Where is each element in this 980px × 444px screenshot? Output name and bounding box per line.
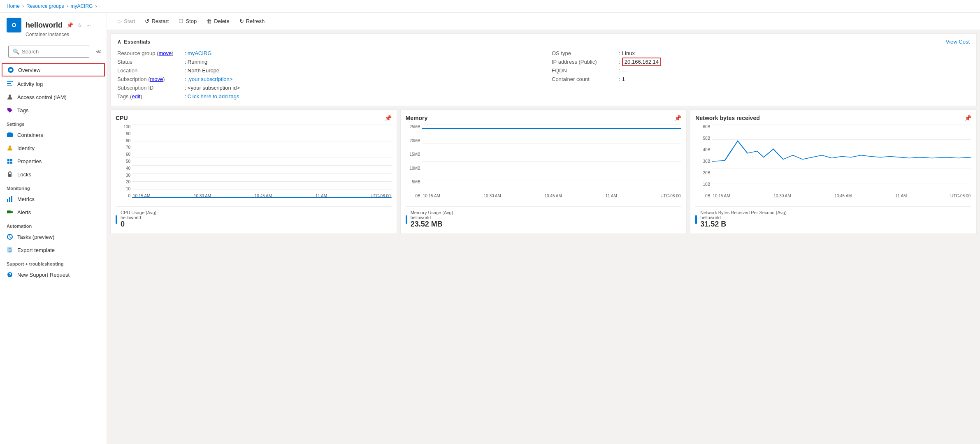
search-box[interactable]: 🔍 (8, 46, 89, 58)
sidebar-item-identity-label: Identity (17, 145, 35, 151)
breadcrumb-myacirg[interactable]: myACIRG (70, 3, 93, 9)
sidebar-nav: Overview Activity log Access control (IA… (0, 62, 107, 444)
network-value: 31.52 B (700, 220, 787, 229)
svg-rect-14 (7, 162, 9, 164)
sidebar-item-alerts[interactable]: Alerts (0, 206, 107, 219)
essentials-chevron: ∧ (117, 39, 121, 45)
cpu-y-labels: 100 90 80 70 60 50 40 30 20 10 0 (116, 125, 130, 198)
sidebar-item-identity[interactable]: Identity (0, 141, 107, 155)
toolbar: ▷ Start ↺ Restart ☐ Stop 🗑 Delete ↻ Refr… (107, 13, 980, 30)
view-cost-link[interactable]: View Cost (946, 39, 970, 45)
sub-move-link[interactable]: move (150, 76, 163, 82)
delete-button[interactable]: 🗑 Delete (202, 16, 234, 26)
sidebar-header: helloworld 📌 ☆ ··· Container instances (0, 13, 107, 41)
memory-legend-sub: helloworld (411, 215, 453, 220)
memory-x-labels: 10:15 AM 10:30 AM 10:45 AM 11 AM UTC-08:… (422, 194, 682, 198)
essentials-row-rg: Resource group (move) : myACIRG (117, 49, 535, 58)
memory-chart-area: 25MB 20MB 15MB 10MB 5MB 0B (406, 125, 682, 207)
essentials-section: ∧ Essentials View Cost Resource group (m… (110, 33, 977, 106)
memory-chart: Memory 📌 25MB 20MB 15MB 10MB 5MB 0B (400, 109, 687, 234)
rg-move-link[interactable]: move (158, 50, 172, 56)
breadcrumb-home[interactable]: Home (7, 3, 20, 9)
more-icon[interactable]: ··· (86, 22, 91, 28)
network-chart-header: Network bytes received 📌 (695, 115, 971, 121)
svg-rect-6 (7, 83, 11, 84)
essentials-row-fqdn: FQDN : --- (552, 66, 970, 75)
cpu-legend-label: CPU Usage (Avg) (121, 210, 156, 215)
sidebar-item-alerts-label: Alerts (17, 209, 31, 215)
svg-rect-15 (10, 162, 12, 164)
sidebar-item-metrics[interactable]: Metrics (0, 192, 107, 206)
sidebar-item-export-template[interactable]: Export template (0, 243, 107, 257)
sidebar-item-activity-log[interactable]: Activity log (0, 77, 107, 90)
memory-pin-icon[interactable]: 📌 (674, 115, 681, 121)
sidebar-item-export-template-label: Export template (17, 247, 55, 253)
svg-point-4 (9, 69, 12, 71)
start-button[interactable]: ▷ Start (114, 16, 139, 26)
breadcrumb: Home › Resource groups › myACIRG › (0, 0, 980, 13)
cpu-chart-area: 100 90 80 70 60 50 40 30 20 10 0 (116, 125, 392, 207)
sidebar-item-properties[interactable]: Properties (0, 155, 107, 168)
stop-button[interactable]: ☐ Stop (174, 16, 201, 26)
memory-legend-label: Memory Usage (Avg) (411, 210, 453, 215)
cpu-pin-icon[interactable]: 📌 (385, 115, 392, 121)
properties-icon (7, 158, 13, 164)
svg-rect-13 (10, 159, 12, 161)
sidebar-item-metrics-label: Metrics (17, 196, 35, 202)
pin-icon[interactable]: 📌 (67, 22, 73, 28)
essentials-row-status: Status : Running (117, 58, 535, 66)
sidebar-item-tags-label: Tags (17, 107, 28, 113)
sidebar-item-locks[interactable]: Locks (0, 168, 107, 181)
sidebar: helloworld 📌 ☆ ··· Container instances 🔍… (0, 13, 107, 444)
sidebar-item-overview-label: Overview (18, 67, 40, 73)
svg-rect-17 (7, 199, 8, 202)
essentials-header: ∧ Essentials View Cost (117, 39, 970, 45)
memory-legend-color (406, 215, 407, 224)
network-chart-title: Network bytes received (695, 115, 759, 121)
essentials-right: OS type : Linux IP address (Public) : 20… (552, 49, 970, 101)
cpu-chart-title: CPU (116, 115, 128, 121)
essentials-row-tags: Tags (edit) : Click here to add tags (117, 92, 535, 101)
sidebar-item-tasks[interactable]: Tasks (preview) (0, 230, 107, 243)
essentials-row-container-count: Container count : 1 (552, 75, 970, 83)
cpu-legend-color (116, 215, 117, 224)
search-input[interactable] (22, 49, 85, 55)
breadcrumb-resource-groups[interactable]: Resource groups (26, 3, 64, 9)
stop-icon: ☐ (179, 18, 183, 24)
svg-rect-21 (11, 211, 13, 213)
tags-value-link[interactable]: Click here to add tags (188, 93, 239, 99)
svg-point-2 (13, 24, 15, 26)
essentials-grid: Resource group (move) : myACIRG Status :… (117, 49, 970, 101)
refresh-button[interactable]: ↻ Refresh (235, 16, 269, 26)
network-line-svg (712, 125, 971, 198)
star-icon[interactable]: ☆ (77, 22, 82, 28)
svg-rect-9 (7, 133, 13, 137)
cpu-chart-plot: 10:15 AM 10:30 AM 10:45 AM 11 AM UTC-08:… (132, 125, 392, 198)
resource-subtitle: Container instances (26, 32, 100, 37)
sidebar-item-access-control[interactable]: Access control (IAM) (0, 90, 107, 104)
activity-log-icon (7, 81, 13, 87)
sidebar-item-new-support-request[interactable]: ? New Support Request (0, 268, 107, 281)
monitoring-section-label: Monitoring (0, 181, 107, 192)
rg-value-link[interactable]: myACIRG (188, 50, 212, 56)
network-pin-icon[interactable]: 📌 (964, 115, 971, 121)
sidebar-item-tags[interactable]: Tags (0, 104, 107, 117)
tags-edit-link[interactable]: edit (132, 93, 140, 99)
sub-value-link[interactable]: ,your subscription> (188, 76, 232, 82)
sidebar-item-containers[interactable]: Containers (0, 128, 107, 141)
cpu-value: 0 (121, 220, 156, 229)
restart-icon: ↺ (145, 18, 149, 24)
svg-rect-12 (7, 159, 9, 161)
locks-icon (7, 171, 13, 178)
svg-rect-7 (7, 85, 12, 86)
restart-button[interactable]: ↺ Restart (141, 16, 173, 26)
tags-icon (7, 107, 13, 113)
svg-point-11 (9, 146, 11, 148)
cpu-x-labels: 10:15 AM 10:30 AM 10:45 AM 11 AM UTC-08:… (132, 194, 392, 198)
cpu-chart-header: CPU 📌 (116, 115, 392, 121)
network-legend-sub: helloworld (700, 215, 787, 220)
settings-section-label: Settings (0, 117, 107, 128)
refresh-icon: ↻ (239, 18, 244, 24)
sidebar-item-overview[interactable]: Overview (2, 63, 105, 76)
collapse-sidebar-button[interactable]: ≪ (94, 47, 103, 56)
